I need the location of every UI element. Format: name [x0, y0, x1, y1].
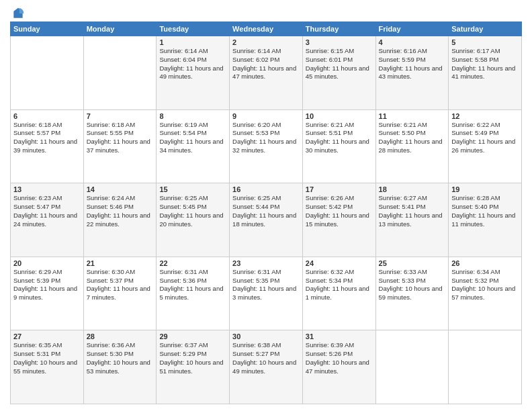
cell-content: Daylight: 11 hours and 28 minutes.	[379, 138, 446, 155]
cell-content: Daylight: 11 hours and 47 minutes.	[232, 64, 300, 82]
cell-content: Daylight: 11 hours and 30 minutes.	[306, 138, 373, 155]
cell-content: Sunset: 5:55 PM	[87, 129, 154, 138]
cell-content: Daylight: 11 hours and 18 minutes.	[232, 212, 300, 229]
cell-content: Sunrise: 6:39 AM	[306, 341, 373, 350]
cell-content: Sunset: 5:54 PM	[159, 129, 226, 138]
cell-content: Daylight: 11 hours and 20 minutes.	[159, 212, 226, 229]
calendar-week-row: 20Sunrise: 6:29 AMSunset: 5:39 PMDayligh…	[11, 257, 522, 330]
cell-content: Sunrise: 6:18 AM	[13, 121, 81, 130]
cell-content: Sunrise: 6:28 AM	[451, 194, 519, 203]
cell-content: Daylight: 11 hours and 24 minutes.	[13, 212, 81, 229]
day-number: 31	[306, 332, 373, 340]
day-number: 26	[451, 259, 519, 267]
cell-content: Sunset: 5:32 PM	[451, 277, 519, 285]
day-number: 20	[13, 259, 81, 267]
cell-content: Sunrise: 6:31 AM	[159, 268, 226, 277]
cell-content: Sunset: 5:27 PM	[232, 350, 300, 359]
calendar-cell: 26Sunrise: 6:34 AMSunset: 5:32 PMDayligh…	[449, 257, 522, 330]
calendar-week-row: 1Sunrise: 6:14 AMSunset: 6:04 PMDaylight…	[11, 36, 522, 110]
calendar-cell: 14Sunrise: 6:24 AMSunset: 5:46 PMDayligh…	[83, 183, 157, 257]
day-number: 29	[159, 332, 226, 340]
cell-content: Daylight: 11 hours and 9 minutes.	[13, 285, 81, 302]
cell-content: Daylight: 11 hours and 3 minutes.	[232, 285, 300, 302]
calendar-cell: 28Sunrise: 6:36 AMSunset: 5:30 PMDayligh…	[83, 330, 157, 404]
calendar-day-header: Sunday	[11, 22, 84, 36]
cell-content: Sunrise: 6:22 AM	[451, 121, 519, 130]
cell-content: Daylight: 11 hours and 34 minutes.	[159, 138, 226, 155]
day-number: 1	[159, 38, 226, 46]
calendar-cell: 17Sunrise: 6:26 AMSunset: 5:42 PMDayligh…	[302, 183, 375, 257]
cell-content: Sunset: 5:50 PM	[379, 129, 446, 138]
calendar-cell: 4Sunrise: 6:16 AMSunset: 5:59 PMDaylight…	[375, 36, 449, 110]
calendar-cell: 12Sunrise: 6:22 AMSunset: 5:49 PMDayligh…	[449, 109, 522, 183]
cell-content: Sunset: 5:40 PM	[451, 203, 519, 212]
cell-content: Daylight: 11 hours and 41 minutes.	[451, 64, 519, 82]
calendar-cell: 5Sunrise: 6:17 AMSunset: 5:58 PMDaylight…	[449, 36, 522, 110]
day-number: 2	[232, 38, 300, 46]
calendar-cell: 16Sunrise: 6:25 AMSunset: 5:44 PMDayligh…	[230, 183, 303, 257]
cell-content: Sunset: 5:26 PM	[306, 350, 373, 359]
cell-content: Daylight: 11 hours and 39 minutes.	[13, 138, 81, 155]
calendar-cell	[83, 36, 157, 110]
cell-content: Sunrise: 6:25 AM	[159, 194, 226, 203]
day-number: 25	[379, 259, 446, 267]
cell-content: Daylight: 10 hours and 55 minutes.	[13, 359, 81, 376]
cell-content: Daylight: 11 hours and 11 minutes.	[451, 212, 519, 229]
calendar-cell: 27Sunrise: 6:35 AMSunset: 5:31 PMDayligh…	[11, 330, 84, 404]
cell-content: Sunrise: 6:15 AM	[306, 47, 373, 56]
cell-content: Daylight: 10 hours and 47 minutes.	[306, 359, 373, 376]
cell-content: Sunset: 5:45 PM	[159, 203, 226, 212]
day-number: 28	[87, 332, 154, 340]
cell-content: Daylight: 10 hours and 59 minutes.	[379, 285, 446, 302]
cell-content: Sunrise: 6:21 AM	[379, 121, 446, 130]
cell-content: Sunset: 5:33 PM	[379, 277, 446, 285]
cell-content: Daylight: 11 hours and 7 minutes.	[87, 285, 154, 302]
day-number: 4	[379, 38, 446, 46]
cell-content: Sunrise: 6:37 AM	[159, 341, 226, 350]
cell-content: Daylight: 11 hours and 49 minutes.	[159, 64, 226, 82]
calendar-cell: 11Sunrise: 6:21 AMSunset: 5:50 PMDayligh…	[375, 109, 449, 183]
cell-content: Sunrise: 6:16 AM	[379, 47, 446, 56]
calendar-cell: 10Sunrise: 6:21 AMSunset: 5:51 PMDayligh…	[302, 109, 375, 183]
calendar-cell: 29Sunrise: 6:37 AMSunset: 5:29 PMDayligh…	[157, 330, 230, 404]
cell-content: Sunset: 5:58 PM	[451, 56, 519, 64]
cell-content: Sunrise: 6:34 AM	[451, 268, 519, 277]
day-number: 9	[232, 112, 300, 120]
cell-content: Daylight: 10 hours and 57 minutes.	[451, 285, 519, 302]
calendar-cell: 7Sunrise: 6:18 AMSunset: 5:55 PMDaylight…	[83, 109, 157, 183]
logo-icon	[11, 7, 25, 20]
cell-content: Sunset: 5:41 PM	[379, 203, 446, 212]
calendar-cell: 19Sunrise: 6:28 AMSunset: 5:40 PMDayligh…	[449, 183, 522, 257]
cell-content: Daylight: 11 hours and 45 minutes.	[306, 64, 373, 82]
cell-content: Daylight: 10 hours and 51 minutes.	[159, 359, 226, 376]
calendar-cell: 13Sunrise: 6:23 AMSunset: 5:47 PMDayligh…	[11, 183, 84, 257]
calendar-cell: 6Sunrise: 6:18 AMSunset: 5:57 PMDaylight…	[11, 109, 84, 183]
day-number: 17	[306, 185, 373, 193]
day-number: 8	[159, 112, 226, 120]
day-number: 11	[379, 112, 446, 120]
day-number: 16	[232, 185, 300, 193]
calendar-table: SundayMondayTuesdayWednesdayThursdayFrid…	[10, 21, 522, 404]
cell-content: Daylight: 10 hours and 53 minutes.	[87, 359, 154, 376]
cell-content: Sunset: 5:35 PM	[232, 277, 300, 285]
calendar-cell: 1Sunrise: 6:14 AMSunset: 6:04 PMDaylight…	[157, 36, 230, 110]
page-header	[10, 7, 522, 17]
calendar-cell: 30Sunrise: 6:38 AMSunset: 5:27 PMDayligh…	[230, 330, 303, 404]
logo	[10, 7, 25, 17]
day-number: 5	[451, 38, 519, 46]
calendar-cell: 23Sunrise: 6:31 AMSunset: 5:35 PMDayligh…	[230, 257, 303, 330]
cell-content: Sunrise: 6:30 AM	[87, 268, 154, 277]
cell-content: Daylight: 11 hours and 1 minute.	[306, 285, 373, 302]
day-number: 27	[13, 332, 81, 340]
cell-content: Daylight: 11 hours and 22 minutes.	[87, 212, 154, 229]
cell-content: Daylight: 11 hours and 5 minutes.	[159, 285, 226, 302]
calendar-cell: 25Sunrise: 6:33 AMSunset: 5:33 PMDayligh…	[375, 257, 449, 330]
cell-content: Sunset: 5:51 PM	[306, 129, 373, 138]
cell-content: Sunset: 5:36 PM	[159, 277, 226, 285]
calendar-cell: 20Sunrise: 6:29 AMSunset: 5:39 PMDayligh…	[11, 257, 84, 330]
cell-content: Sunset: 5:49 PM	[451, 129, 519, 138]
cell-content: Daylight: 11 hours and 37 minutes.	[87, 138, 154, 155]
calendar-cell: 31Sunrise: 6:39 AMSunset: 5:26 PMDayligh…	[302, 330, 375, 404]
cell-content: Sunrise: 6:29 AM	[13, 268, 81, 277]
cell-content: Sunset: 6:02 PM	[232, 56, 300, 64]
